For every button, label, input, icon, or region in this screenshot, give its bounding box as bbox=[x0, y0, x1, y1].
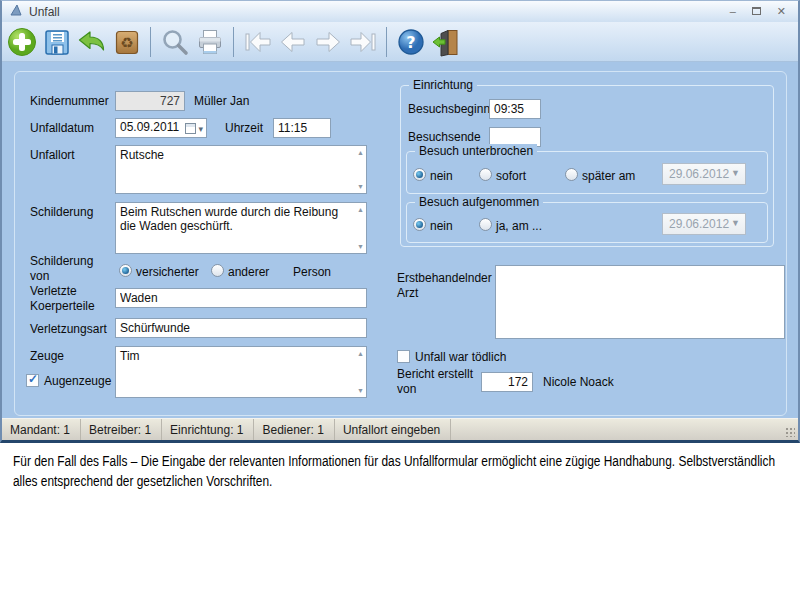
scroll-down-icon[interactable]: ▼ bbox=[357, 243, 364, 250]
unterbrochen-date-combo[interactable]: 29.06.2012 ▼ bbox=[662, 163, 746, 185]
unfalldatum-field[interactable]: 05.09.2011 ▾ bbox=[115, 118, 207, 138]
chevron-down-icon: ▼ bbox=[731, 168, 740, 178]
einrichtung-group-title: Einrichtung bbox=[409, 78, 477, 92]
aufgenommen-date-value: 29.06.2012 bbox=[669, 217, 729, 231]
close-button[interactable]: ✕ bbox=[777, 6, 786, 17]
zeuge-field[interactable]: Tim bbox=[116, 347, 366, 397]
nav-first-icon bbox=[243, 27, 273, 57]
kindernummer-label: Kindernummer bbox=[30, 94, 109, 109]
radio-unterbrochen-spaeter[interactable] bbox=[565, 168, 578, 181]
arzt-field-wrap bbox=[495, 265, 785, 339]
caption-text: Für den Fall des Falls – Die Eingabe der… bbox=[13, 451, 783, 492]
exit-door-icon bbox=[431, 27, 461, 57]
augenzeuge-label: Augenzeuge bbox=[44, 374, 111, 389]
save-button[interactable] bbox=[40, 25, 73, 59]
bericht-nummer-field[interactable] bbox=[481, 372, 533, 392]
uhrzeit-field[interactable] bbox=[273, 118, 331, 138]
nav-next-button[interactable] bbox=[311, 25, 344, 59]
unfallort-label: Unfallort bbox=[30, 148, 75, 163]
maximize-button[interactable] bbox=[752, 6, 761, 17]
save-icon bbox=[42, 27, 72, 57]
status-betreiber: Betreiber: 1 bbox=[81, 419, 162, 440]
radio-aufgenommen-nein[interactable] bbox=[413, 218, 426, 231]
toedlich-label: Unfall war tödlich bbox=[415, 350, 506, 365]
screenshot: Unfall – ✕ bbox=[0, 0, 800, 600]
help-icon: ? bbox=[396, 27, 426, 57]
toolbar: ♻ bbox=[2, 22, 798, 62]
radio-versicherter-label: versicherter bbox=[136, 265, 199, 280]
printer-icon bbox=[195, 27, 225, 57]
verletzte-koerperteile-field[interactable] bbox=[115, 288, 367, 308]
chevron-down-icon: ▾ bbox=[198, 124, 203, 134]
person-suffix-label: Person bbox=[293, 265, 331, 280]
radio-unterbrochen-nein-label: nein bbox=[430, 169, 453, 184]
radio-aufgenommen-nein-label: nein bbox=[430, 219, 453, 234]
toolbar-separator bbox=[233, 27, 234, 57]
verletzte-koerperteile-label: Verletzte Koerperteile bbox=[30, 284, 108, 314]
schilderung-field[interactable]: Beim Rutschen wurde durch die Reibung di… bbox=[116, 203, 366, 253]
new-icon bbox=[6, 26, 38, 58]
app-icon bbox=[10, 3, 23, 21]
scroll-down-icon[interactable]: ▼ bbox=[357, 387, 364, 394]
radio-unterbrochen-nein[interactable] bbox=[413, 168, 426, 181]
datepicker-dropdown[interactable]: ▾ bbox=[185, 121, 203, 135]
besuchsbeginn-field[interactable] bbox=[489, 99, 541, 119]
unterbrochen-date-value: 29.06.2012 bbox=[669, 167, 729, 181]
scroll-up-icon[interactable]: ▲ bbox=[357, 206, 364, 213]
app-window: Unfall – ✕ bbox=[0, 0, 800, 443]
radio-anderer[interactable] bbox=[211, 264, 224, 277]
unfalldatum-label: Unfalldatum bbox=[30, 121, 94, 136]
schilderung-von-label: Schilderung von bbox=[30, 254, 108, 284]
status-bar: Mandant: 1 Betreiber: 1 Einrichtung: 1 B… bbox=[2, 418, 798, 440]
radio-anderer-label: anderer bbox=[228, 265, 269, 280]
zeuge-field-wrap: Tim ▲ ▼ bbox=[115, 346, 367, 398]
radio-aufgenommen-ja[interactable] bbox=[479, 218, 492, 231]
besuch-unterbrochen-title: Besuch unterbrochen bbox=[415, 144, 537, 158]
arzt-field[interactable] bbox=[496, 266, 784, 338]
scroll-down-icon[interactable]: ▼ bbox=[357, 183, 364, 190]
radio-unterbrochen-sofort-label: sofort bbox=[496, 169, 526, 184]
nav-next-icon bbox=[313, 27, 343, 57]
title-bar[interactable]: Unfall – ✕ bbox=[2, 1, 798, 22]
besuchsende-label: Besuchsende bbox=[408, 130, 481, 145]
radio-versicherter[interactable] bbox=[119, 264, 132, 277]
unfallort-field-wrap: Rutsche ▲ ▼ bbox=[115, 145, 367, 194]
undo-button[interactable] bbox=[75, 25, 108, 59]
toolbar-separator bbox=[150, 27, 151, 57]
recycle-bin-icon: ♻ bbox=[112, 27, 142, 57]
minimize-button[interactable]: – bbox=[730, 6, 736, 17]
schilderung-label: Schilderung bbox=[30, 205, 93, 220]
augenzeuge-checkbox[interactable] bbox=[26, 374, 39, 387]
exit-button[interactable] bbox=[429, 25, 462, 59]
new-button[interactable] bbox=[5, 25, 38, 59]
status-bediener: Bediener: 1 bbox=[254, 419, 334, 440]
toolbar-separator bbox=[386, 27, 387, 57]
nav-previous-icon bbox=[278, 27, 308, 57]
scroll-up-icon[interactable]: ▲ bbox=[357, 350, 364, 357]
nav-last-button[interactable] bbox=[346, 25, 379, 59]
calendar-icon bbox=[185, 123, 196, 134]
search-button[interactable] bbox=[158, 25, 191, 59]
nav-previous-button[interactable] bbox=[276, 25, 309, 59]
toedlich-checkbox[interactable] bbox=[397, 350, 410, 363]
help-button[interactable]: ? bbox=[394, 25, 427, 59]
kind-name-text: Müller Jan bbox=[194, 94, 249, 109]
aufgenommen-date-combo[interactable]: 29.06.2012 ▼ bbox=[662, 213, 746, 235]
print-button[interactable] bbox=[193, 25, 226, 59]
scroll-up-icon[interactable]: ▲ bbox=[357, 149, 364, 156]
chevron-down-icon: ▼ bbox=[731, 218, 740, 228]
delete-button[interactable]: ♻ bbox=[110, 25, 143, 59]
resize-grip[interactable] bbox=[785, 427, 795, 437]
svg-text:?: ? bbox=[406, 33, 415, 52]
kindernummer-field[interactable] bbox=[115, 91, 185, 111]
radio-unterbrochen-sofort[interactable] bbox=[479, 168, 492, 181]
nav-last-icon bbox=[348, 27, 378, 57]
nav-first-button[interactable] bbox=[241, 25, 274, 59]
verletzungsart-field[interactable] bbox=[115, 318, 367, 338]
arzt-label: Erstbehandelnder Arzt bbox=[397, 271, 495, 301]
search-icon bbox=[160, 27, 190, 57]
unfallort-field[interactable]: Rutsche bbox=[116, 146, 366, 193]
radio-aufgenommen-ja-label: ja, am ... bbox=[496, 219, 542, 234]
window-title: Unfall bbox=[29, 5, 60, 19]
svg-text:♻: ♻ bbox=[120, 33, 133, 51]
